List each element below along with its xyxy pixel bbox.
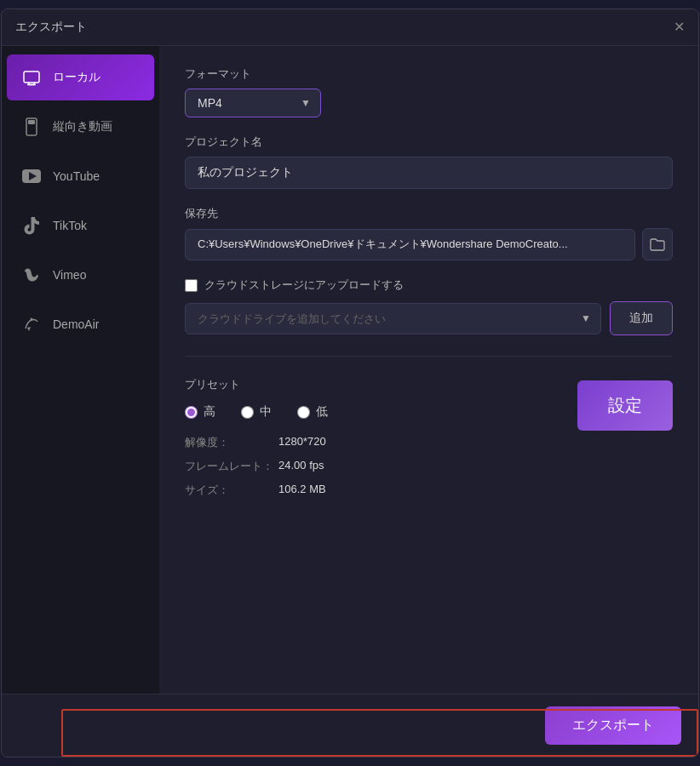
vertical-video-icon (20, 116, 43, 138)
quality-high-radio[interactable] (185, 406, 198, 419)
browse-folder-button[interactable] (642, 228, 673, 260)
framerate-key: フレームレート： (185, 459, 278, 474)
cloud-select-wrapper: クラウドドライブを追加してください ▼ (185, 303, 601, 334)
sidebar-item-tiktok[interactable]: TikTok (7, 203, 154, 249)
quality-high[interactable]: 高 (185, 404, 215, 420)
project-name-group: プロジェクト名 (185, 134, 673, 189)
cloud-group: クラウドストレージにアップロードする クラウドドライブを追加してください ▼ 追… (185, 277, 673, 335)
format-select-wrapper: MP4 AVI MOV GIF MP3 ▼ (185, 89, 321, 117)
quality-radio-group: 高 中 低 (185, 404, 577, 420)
format-group: フォーマット MP4 AVI MOV GIF MP3 ▼ (185, 66, 673, 117)
local-icon (20, 66, 43, 89)
quality-medium-radio[interactable] (241, 406, 254, 419)
save-path-label: 保存先 (185, 206, 673, 221)
svg-point-5 (31, 318, 33, 321)
project-name-input[interactable] (185, 157, 673, 189)
bottom-bar: エクスポート (2, 694, 698, 757)
sidebar-label-tiktok: TikTok (53, 219, 87, 232)
preset-info-grid: 解像度： 1280*720 フレームレート： 24.00 fps サイズ： 10… (185, 435, 577, 498)
cloud-row: クラウドドライブを追加してください ▼ 追加 (185, 301, 673, 335)
quality-medium-label: 中 (260, 404, 272, 420)
project-name-label: プロジェクト名 (185, 134, 673, 150)
demoair-icon (20, 313, 43, 335)
size-value: 106.2 MB (278, 483, 577, 498)
vimeo-icon (20, 264, 43, 286)
resolution-value: 1280*720 (278, 435, 577, 450)
quality-low-radio[interactable] (297, 406, 310, 419)
dialog-title: エクスポート (15, 20, 87, 35)
sidebar-label-demoair: DemoAir (53, 317, 99, 331)
cloud-checkbox-row: クラウドストレージにアップロードする (185, 277, 673, 293)
section-divider (185, 356, 673, 357)
preset-left: プリセット 高 中 低 (185, 377, 577, 498)
save-path-input[interactable] (185, 229, 635, 260)
sidebar-item-vertical[interactable]: 縦向き動画 (7, 104, 154, 150)
path-row (185, 228, 673, 260)
preset-section: プリセット 高 中 低 (185, 377, 673, 498)
sidebar-label-local: ローカル (53, 70, 100, 85)
quality-high-label: 高 (204, 404, 215, 420)
svg-rect-2 (28, 120, 35, 124)
quality-low-label: 低 (316, 404, 328, 420)
quality-low[interactable]: 低 (297, 404, 328, 420)
sidebar-label-vertical: 縦向き動画 (53, 119, 112, 134)
close-button[interactable]: ✕ (674, 20, 685, 34)
format-select[interactable]: MP4 AVI MOV GIF MP3 (185, 89, 321, 117)
main-panel: フォーマット MP4 AVI MOV GIF MP3 ▼ プロジェクト名 (159, 46, 698, 694)
add-cloud-button[interactable]: 追加 (610, 301, 673, 335)
sidebar-label-youtube: YouTube (53, 169, 100, 183)
tiktok-icon (20, 214, 43, 237)
preset-label: プリセット (185, 377, 577, 392)
sidebar-item-local[interactable]: ローカル (7, 54, 154, 100)
format-label: フォーマット (185, 66, 673, 82)
cloud-drive-select[interactable]: クラウドドライブを追加してください (185, 303, 601, 334)
sidebar: ローカル 縦向き動画 (2, 46, 159, 694)
framerate-value: 24.00 fps (278, 459, 577, 474)
size-key: サイズ： (185, 483, 278, 498)
cloud-checkbox[interactable] (185, 279, 198, 292)
sidebar-item-youtube[interactable]: YouTube (7, 153, 154, 199)
sidebar-item-vimeo[interactable]: Vimeo (7, 252, 154, 298)
youtube-icon (20, 165, 43, 187)
svg-rect-0 (24, 71, 39, 83)
settings-button[interactable]: 設定 (577, 380, 673, 431)
title-bar: エクスポート ✕ (2, 9, 698, 46)
sidebar-item-demoair[interactable]: DemoAir (7, 301, 154, 347)
quality-medium[interactable]: 中 (241, 404, 272, 420)
export-dialog: エクスポート ✕ ローカル (1, 9, 699, 757)
export-button[interactable]: エクスポート (545, 706, 681, 745)
content-area: ローカル 縦向き動画 (2, 46, 698, 694)
cloud-checkbox-label[interactable]: クラウドストレージにアップロードする (204, 277, 404, 293)
resolution-key: 解像度： (185, 435, 278, 450)
save-path-group: 保存先 (185, 206, 673, 260)
sidebar-label-vimeo: Vimeo (53, 268, 86, 282)
